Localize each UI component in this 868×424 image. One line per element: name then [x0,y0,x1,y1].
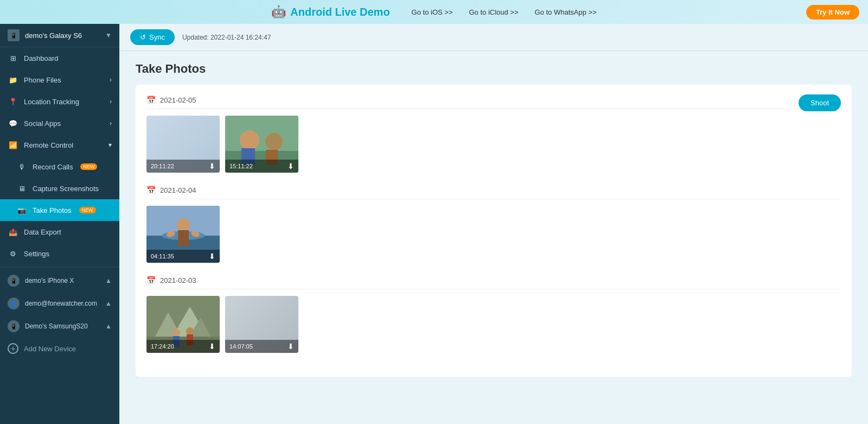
sidebar-item-label: Data Export [24,228,61,236]
new-badge: NEW [80,163,97,170]
record-calls-icon: 🎙 [16,161,27,172]
photo-time: 14:07:05 [229,343,253,350]
add-device-label: Add New Device [24,345,76,353]
page-title: Take Photos [136,62,852,76]
svg-point-21 [186,327,194,335]
sidebar-item-remote-control[interactable]: 📶 Remote Control ▾ [0,134,119,156]
sidebar-device[interactable]: 📱 demo's Galaxy S6 ▼ [0,24,119,47]
chevron-down-icon: ▾ [108,141,112,149]
location-icon: 📍 [8,96,18,107]
svg-point-2 [240,130,259,150]
sync-bar: ↺ Sync Updated: 2022-01-24 16:24:47 [119,24,868,51]
content-area: ↺ Sync Updated: 2022-01-24 16:24:47 Take… [119,24,868,424]
chevron-right-icon: › [110,119,112,127]
photo-overlay: 04:11:35 ⬇ [146,250,220,263]
sync-icon: ↺ [140,33,146,41]
email-account-label: demo@fonewatcher.com [25,300,97,307]
svg-point-19 [173,329,180,337]
sidebar-item-record-calls[interactable]: 🎙 Record Calls NEW [0,156,119,178]
photo-thumb: 17:24:20 ⬇ [146,296,220,353]
try-it-now-button[interactable]: Try It Now [806,5,859,20]
chevron-right-icon: › [110,98,112,105]
photo-overlay: 20:11:22 ⬇ [146,160,220,173]
account-chevron-icon: ▲ [105,322,112,330]
sidebar-item-label: Capture Screenshots [33,185,99,193]
calendar-icon: 📅 [146,186,156,194]
device-info: 📱 demo's Galaxy S6 [8,29,82,41]
photo-grid-1: 20:11:22 ⬇ [146,116,841,173]
svg-point-10 [177,218,190,231]
photo-time: 15:11:22 [229,163,253,169]
sync-label: Sync [149,33,165,41]
sidebar-item-take-photos[interactable]: 📷 Take Photos NEW [0,199,119,221]
divider [0,267,119,267]
shoot-button[interactable]: Shoot [799,94,841,111]
sidebar: 📱 demo's Galaxy S6 ▼ ⊞ Dashboard 📁 Phone… [0,24,119,424]
photo-overlay: 14:07:05 ⬇ [225,340,298,353]
download-icon[interactable]: ⬇ [209,252,215,261]
sidebar-item-dashboard[interactable]: ⊞ Dashboard [0,47,119,69]
calendar-icon: 📅 [146,96,156,104]
download-icon[interactable]: ⬇ [288,162,294,170]
account-chevron-icon: ▲ [105,277,112,284]
sidebar-account-email[interactable]: 👤 demo@fonewatcher.com ▲ [0,292,119,315]
sync-button[interactable]: ↺ Sync [130,29,175,45]
download-icon[interactable]: ⬇ [209,162,215,170]
remote-control-icon: 📶 [8,140,18,150]
sidebar-item-label: Dashboard [24,54,59,62]
date-section-2: 📅 2021-02-04 [146,186,841,263]
date-section-3: 📅 2021-02-03 [146,276,841,353]
date-label-1: 2021-02-05 [160,96,196,104]
topbar-links: Go to iOS >> Go to iCloud >> Go to Whats… [412,8,597,16]
sidebar-item-label: Settings [24,250,49,258]
new-badge: NEW [79,207,96,213]
goto-whatsapp-link[interactable]: Go to WhatsApp >> [535,8,597,16]
goto-ios-link[interactable]: Go to iOS >> [412,8,453,16]
sidebar-account-samsung[interactable]: 📱 Demo's SamsungS20 ▲ [0,315,119,338]
sidebar-item-label: Social Apps [24,119,61,128]
sidebar-item-label: Record Calls [33,163,73,171]
photo-overlay: 17:24:20 ⬇ [146,340,220,353]
android-icon: 🤖 [271,5,286,19]
download-icon[interactable]: ⬇ [209,342,215,351]
device-name: demo's Galaxy S6 [25,31,82,40]
date-label-2: 2021-02-04 [160,186,196,194]
photo-thumb: 14:07:05 ⬇ [225,296,298,353]
add-new-device-button[interactable]: + Add New Device [0,338,119,359]
sidebar-item-location-tracking[interactable]: 📍 Location Tracking › [0,91,119,112]
photo-thumb: 20:11:22 ⬇ [146,116,220,173]
photo-time: 04:11:35 [151,253,174,260]
sidebar-item-capture-screenshots[interactable]: 🖥 Capture Screenshots [0,178,119,199]
device-icon: 📱 [8,29,20,41]
photo-grid-2: 04:11:35 ⬇ [146,206,841,263]
date-header-3: 📅 2021-02-03 [146,276,841,289]
download-icon[interactable]: ⬇ [288,342,294,351]
sync-timestamp: Updated: 2022-01-24 16:24:47 [182,34,271,41]
iphone-avatar: 📱 [8,275,20,287]
take-photos-icon: 📷 [16,205,27,216]
sidebar-item-phone-files[interactable]: 📁 Phone Files › [0,69,119,91]
sidebar-item-label: Remote Control [24,141,73,149]
sidebar-item-label: Phone Files [24,76,61,84]
chevron-right-icon: › [110,76,112,84]
goto-icloud-link[interactable]: Go to iCloud >> [469,8,518,16]
samsung-avatar: 📱 [8,320,20,332]
main-layout: 📱 demo's Galaxy S6 ▼ ⊞ Dashboard 📁 Phone… [0,24,868,424]
screenshot-icon: 🖥 [16,183,27,194]
date-section-1: 📅 2021-02-05 20:11:22 ⬇ [146,96,841,173]
app-title-text: Android Live Demo [290,6,390,18]
photo-grid-3: 17:24:20 ⬇ 14:07:05 ⬇ [146,296,841,353]
app-title: 🤖 Android Live Demo [271,5,390,19]
sidebar-item-data-export[interactable]: 📤 Data Export [0,221,119,243]
page-content: Take Photos Shoot 📅 2021-02-05 20:11:22 … [119,51,868,424]
sidebar-item-settings[interactable]: ⚙ Settings [0,243,119,264]
device-chevron-icon: ▼ [105,31,112,39]
samsung-account-label: Demo's SamsungS20 [25,322,88,330]
svg-point-3 [265,133,283,150]
add-circle-icon: + [8,343,18,354]
account-chevron-icon: ▲ [105,300,112,307]
photo-time: 20:11:22 [151,163,174,169]
data-export-icon: 📤 [8,226,18,237]
sidebar-item-social-apps[interactable]: 💬 Social Apps › [0,112,119,134]
sidebar-account-iphone[interactable]: 📱 demo's iPhone X ▲ [0,269,119,292]
